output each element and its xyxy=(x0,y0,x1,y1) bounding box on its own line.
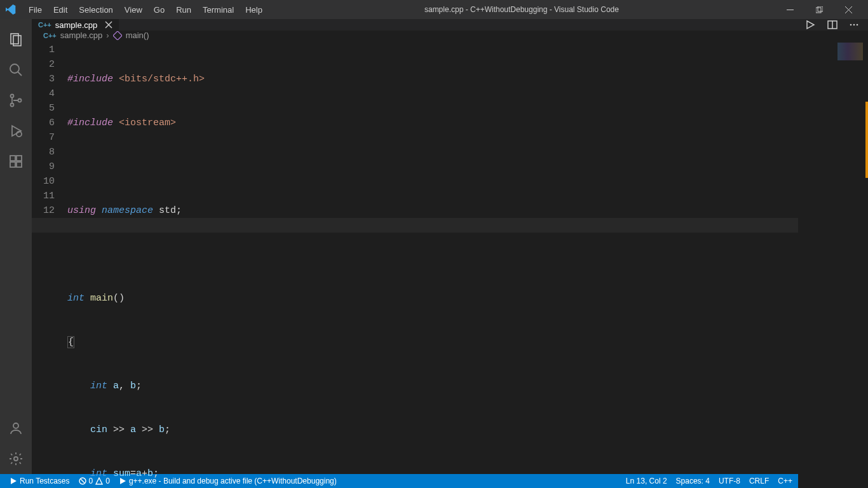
menu-run[interactable]: Run xyxy=(170,3,197,17)
tab-sample-cpp[interactable]: C++ sample.cpp xyxy=(32,19,119,30)
title-bar: File Edit Selection View Go Run Terminal… xyxy=(0,0,868,19)
minimize-button[interactable] xyxy=(775,0,804,19)
tab-close-icon[interactable] xyxy=(105,21,112,29)
maximize-button[interactable] xyxy=(804,0,834,19)
more-actions-icon[interactable] xyxy=(849,20,859,30)
explorer-icon[interactable] xyxy=(1,24,31,55)
svg-rect-1 xyxy=(816,8,821,13)
svg-rect-17 xyxy=(17,162,22,167)
editor-actions xyxy=(804,19,868,30)
svg-point-11 xyxy=(18,99,22,102)
window-title: sample.cpp - C++WithoutDebugging - Visua… xyxy=(268,5,775,14)
editor-area: C++ sample.cpp C++ sample.c xyxy=(32,19,868,474)
svg-rect-15 xyxy=(17,156,22,161)
svg-point-19 xyxy=(14,457,18,461)
svg-line-8 xyxy=(18,72,22,76)
extensions-icon[interactable] xyxy=(1,146,31,177)
svg-rect-0 xyxy=(787,10,794,10)
breadcrumb[interactable]: C++ sample.cpp › main() xyxy=(32,30,868,40)
accounts-icon[interactable] xyxy=(1,413,31,444)
symbol-method-icon xyxy=(113,31,122,40)
svg-point-27 xyxy=(857,24,858,26)
svg-rect-16 xyxy=(10,162,15,167)
svg-point-7 xyxy=(10,64,19,73)
svg-point-25 xyxy=(850,24,852,26)
run-file-icon[interactable] xyxy=(804,19,816,30)
menu-file[interactable]: File xyxy=(23,3,48,17)
activity-bar xyxy=(0,19,32,474)
window-controls xyxy=(775,0,863,19)
menu-terminal[interactable]: Terminal xyxy=(197,3,240,17)
scroll-marker xyxy=(865,102,868,178)
tab-filename: sample.cpp xyxy=(55,20,97,30)
search-icon[interactable] xyxy=(1,55,31,85)
menu-go[interactable]: Go xyxy=(148,3,170,17)
run-debug-icon[interactable] xyxy=(1,116,31,146)
svg-point-9 xyxy=(11,95,14,98)
menu-help[interactable]: Help xyxy=(240,3,268,17)
svg-point-10 xyxy=(11,104,14,107)
svg-marker-22 xyxy=(807,21,814,29)
svg-rect-28 xyxy=(113,31,122,40)
svg-marker-38 xyxy=(11,478,17,484)
vscode-logo-icon xyxy=(5,4,17,15)
split-editor-icon[interactable] xyxy=(827,20,837,30)
cpp-file-icon: C++ xyxy=(38,21,51,29)
svg-point-26 xyxy=(853,24,855,26)
svg-rect-2 xyxy=(818,6,823,11)
code-content[interactable]: #include <bits/stdc++.h> #include <iostr… xyxy=(67,40,868,488)
tabs-row: C++ sample.cpp xyxy=(32,19,868,30)
svg-rect-14 xyxy=(10,156,15,161)
minimap[interactable] xyxy=(798,40,868,488)
menu-view[interactable]: View xyxy=(119,3,148,17)
code-editor[interactable]: 123 456 789 101112 13 #include <bits/std… xyxy=(32,40,868,488)
menu-edit[interactable]: Edit xyxy=(48,3,73,17)
svg-point-18 xyxy=(13,423,18,428)
breadcrumb-file: sample.cpp xyxy=(60,30,102,40)
menu-selection[interactable]: Selection xyxy=(73,3,118,17)
cpp-file-icon: C++ xyxy=(43,32,57,39)
close-button[interactable] xyxy=(834,0,863,19)
breadcrumb-symbol: main() xyxy=(126,30,149,40)
line-gutter: 123 456 789 101112 13 xyxy=(32,40,67,488)
settings-gear-icon[interactable] xyxy=(1,444,31,474)
source-control-icon[interactable] xyxy=(1,85,31,116)
chevron-right-icon: › xyxy=(106,30,109,40)
menu-bar: File Edit Selection View Go Run Terminal… xyxy=(23,3,268,17)
